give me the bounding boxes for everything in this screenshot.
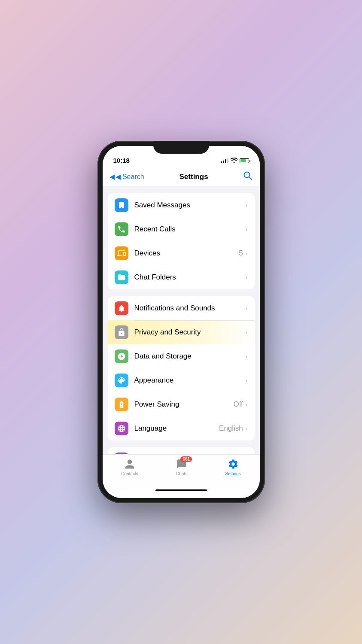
phone-screen: 10:18	[103, 146, 260, 498]
language-value: English	[219, 424, 243, 433]
recent-calls-row[interactable]: Recent Calls ›	[108, 217, 255, 241]
tab-contacts[interactable]: Contacts	[121, 458, 138, 476]
chevron-icon: ›	[246, 305, 248, 312]
saved-messages-row[interactable]: Saved Messages ›	[108, 193, 255, 217]
contacts-tab-icon	[124, 458, 136, 470]
data-storage-icon	[115, 349, 128, 363]
devices-icon	[115, 246, 128, 260]
privacy-label: Privacy and Security	[134, 328, 246, 337]
status-icons	[221, 158, 249, 164]
power-saving-icon	[115, 398, 128, 411]
tab-settings[interactable]: Settings	[225, 458, 241, 476]
notch	[153, 141, 209, 154]
nav-bar: ◀ ◀ Search Settings	[103, 167, 260, 186]
chats-tab-icon: 681	[176, 458, 188, 470]
page-title: Settings	[179, 173, 208, 181]
chevron-icon: ›	[246, 226, 248, 233]
section-3: Telegram Premium ›	[108, 447, 255, 454]
data-storage-label: Data and Storage	[134, 352, 246, 361]
chats-badge: 681	[180, 456, 192, 462]
devices-value: 5	[239, 249, 243, 258]
chevron-icon: ›	[246, 202, 248, 209]
chevron-icon: ›	[246, 353, 248, 360]
devices-row[interactable]: Devices 5 ›	[108, 241, 255, 265]
appearance-label: Appearance	[134, 376, 246, 385]
appearance-row[interactable]: Appearance ›	[108, 368, 255, 392]
premium-icon	[115, 453, 128, 454]
chat-folders-row[interactable]: Chat Folders ›	[108, 265, 255, 289]
premium-row[interactable]: Telegram Premium ›	[108, 447, 255, 454]
chat-folders-label: Chat Folders	[134, 273, 246, 282]
battery-fill	[240, 159, 246, 162]
back-button[interactable]: ◀ ◀ Search	[110, 173, 144, 181]
power-saving-value: Off	[233, 400, 243, 409]
contacts-tab-label: Contacts	[121, 471, 138, 476]
section-2: Notifications and Sounds › Privacy and S…	[108, 296, 255, 440]
phone-frame: 10:18	[97, 141, 265, 503]
language-label: Language	[134, 424, 219, 433]
chevron-icon: ›	[246, 401, 248, 408]
chevron-icon: ›	[246, 425, 248, 432]
data-storage-row[interactable]: Data and Storage ›	[108, 344, 255, 368]
settings-tab-label: Settings	[225, 471, 241, 476]
svg-line-1	[249, 177, 252, 179]
section-1: Saved Messages › Recent Calls › Devi	[108, 193, 255, 289]
settings-tab-icon	[227, 458, 239, 470]
chevron-icon: ›	[246, 377, 248, 384]
signal-bar-4	[227, 158, 228, 163]
status-time: 10:18	[113, 157, 130, 164]
tab-bar: Contacts 681 Chats Setting	[103, 454, 260, 489]
signal-bar-2	[223, 161, 224, 163]
signal-bar-1	[221, 161, 222, 163]
home-indicator	[155, 489, 207, 491]
privacy-icon	[115, 325, 128, 339]
back-label: ◀ Search	[116, 173, 144, 181]
recent-calls-icon	[115, 222, 128, 236]
chats-tab-label: Chats	[176, 471, 187, 476]
notifications-icon	[115, 301, 128, 315]
language-row[interactable]: Language English ›	[108, 416, 255, 440]
wifi-icon	[231, 158, 237, 164]
notifications-label: Notifications and Sounds	[134, 304, 246, 313]
appearance-icon	[115, 374, 128, 387]
saved-messages-label: Saved Messages	[134, 201, 246, 210]
privacy-security-row[interactable]: Privacy and Security ›	[108, 320, 255, 344]
search-icon[interactable]	[243, 171, 252, 182]
back-chevron-icon: ◀	[110, 173, 115, 181]
signal-bar-3	[225, 159, 226, 163]
chevron-icon: ›	[246, 329, 248, 336]
devices-label: Devices	[134, 249, 239, 258]
signal-bars-icon	[221, 158, 228, 163]
recent-calls-label: Recent Calls	[134, 225, 246, 234]
power-saving-label: Power Saving	[134, 400, 234, 409]
chat-folders-icon	[115, 270, 128, 284]
battery-icon	[240, 158, 249, 163]
saved-messages-icon	[115, 198, 128, 212]
power-saving-row[interactable]: Power Saving Off ›	[108, 392, 255, 416]
tab-chats[interactable]: 681 Chats	[176, 458, 188, 476]
chevron-icon: ›	[246, 250, 248, 257]
chevron-icon: ›	[246, 274, 248, 281]
notifications-row[interactable]: Notifications and Sounds ›	[108, 296, 255, 320]
settings-content: Saved Messages › Recent Calls › Devi	[103, 186, 260, 454]
language-icon	[115, 422, 128, 435]
